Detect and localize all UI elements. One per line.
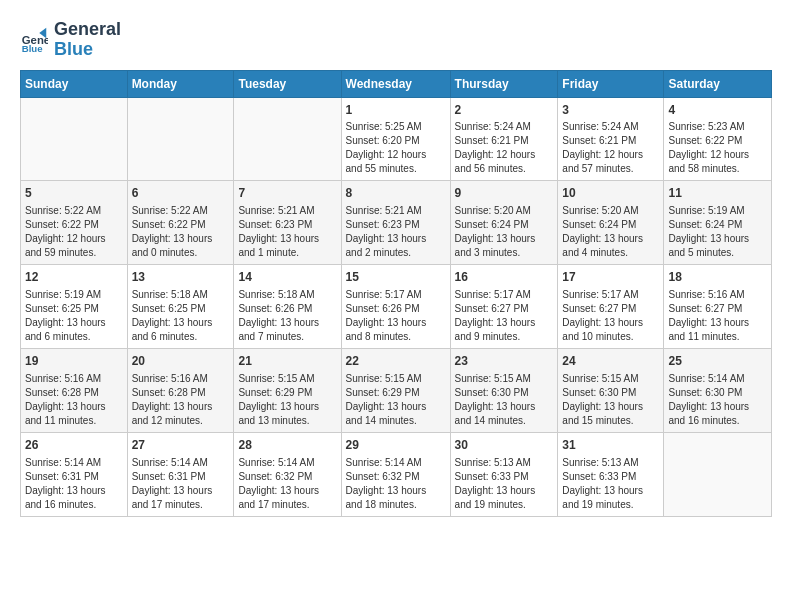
day-info-text: Sunset: 6:21 PM — [455, 134, 554, 148]
calendar-cell: 12Sunrise: 5:19 AMSunset: 6:25 PMDayligh… — [21, 265, 128, 349]
day-info-text: Daylight: 13 hours and 10 minutes. — [562, 316, 659, 344]
day-number: 13 — [132, 269, 230, 286]
day-info-text: Sunrise: 5:15 AM — [346, 372, 446, 386]
logo-icon: General Blue — [20, 26, 48, 54]
day-info-text: Daylight: 13 hours and 14 minutes. — [455, 400, 554, 428]
day-info-text: Daylight: 13 hours and 8 minutes. — [346, 316, 446, 344]
day-number: 10 — [562, 185, 659, 202]
day-info-text: Sunset: 6:28 PM — [25, 386, 123, 400]
day-info-text: Sunset: 6:28 PM — [132, 386, 230, 400]
calendar-header-row: SundayMondayTuesdayWednesdayThursdayFrid… — [21, 70, 772, 97]
calendar-cell — [127, 97, 234, 181]
day-info-text: Sunset: 6:30 PM — [562, 386, 659, 400]
calendar-week-4: 19Sunrise: 5:16 AMSunset: 6:28 PMDayligh… — [21, 348, 772, 432]
day-info-text: Sunset: 6:25 PM — [25, 302, 123, 316]
day-number: 28 — [238, 437, 336, 454]
calendar-cell: 21Sunrise: 5:15 AMSunset: 6:29 PMDayligh… — [234, 348, 341, 432]
day-info-text: Sunrise: 5:14 AM — [132, 456, 230, 470]
calendar-cell: 31Sunrise: 5:13 AMSunset: 6:33 PMDayligh… — [558, 432, 664, 516]
calendar-cell: 3Sunrise: 5:24 AMSunset: 6:21 PMDaylight… — [558, 97, 664, 181]
calendar-cell: 11Sunrise: 5:19 AMSunset: 6:24 PMDayligh… — [664, 181, 772, 265]
day-number: 3 — [562, 102, 659, 119]
day-info-text: Sunset: 6:23 PM — [238, 218, 336, 232]
day-info-text: Sunset: 6:26 PM — [238, 302, 336, 316]
day-info-text: Sunset: 6:26 PM — [346, 302, 446, 316]
day-info-text: Sunset: 6:31 PM — [25, 470, 123, 484]
day-info-text: Daylight: 12 hours and 58 minutes. — [668, 148, 767, 176]
day-number: 8 — [346, 185, 446, 202]
day-number: 5 — [25, 185, 123, 202]
day-info-text: Sunset: 6:20 PM — [346, 134, 446, 148]
day-number: 25 — [668, 353, 767, 370]
calendar-week-1: 1Sunrise: 5:25 AMSunset: 6:20 PMDaylight… — [21, 97, 772, 181]
day-info-text: Sunset: 6:24 PM — [562, 218, 659, 232]
day-info-text: Daylight: 13 hours and 16 minutes. — [25, 484, 123, 512]
calendar-cell: 8Sunrise: 5:21 AMSunset: 6:23 PMDaylight… — [341, 181, 450, 265]
calendar-cell: 4Sunrise: 5:23 AMSunset: 6:22 PMDaylight… — [664, 97, 772, 181]
day-number: 21 — [238, 353, 336, 370]
header-saturday: Saturday — [664, 70, 772, 97]
calendar-cell: 19Sunrise: 5:16 AMSunset: 6:28 PMDayligh… — [21, 348, 128, 432]
calendar-cell: 2Sunrise: 5:24 AMSunset: 6:21 PMDaylight… — [450, 97, 558, 181]
day-info-text: Sunrise: 5:18 AM — [132, 288, 230, 302]
day-number: 9 — [455, 185, 554, 202]
header-friday: Friday — [558, 70, 664, 97]
header-monday: Monday — [127, 70, 234, 97]
day-info-text: Sunrise: 5:25 AM — [346, 120, 446, 134]
day-info-text: Daylight: 13 hours and 6 minutes. — [132, 316, 230, 344]
day-info-text: Sunset: 6:33 PM — [562, 470, 659, 484]
day-number: 27 — [132, 437, 230, 454]
day-info-text: Sunrise: 5:19 AM — [25, 288, 123, 302]
day-number: 17 — [562, 269, 659, 286]
calendar-cell: 30Sunrise: 5:13 AMSunset: 6:33 PMDayligh… — [450, 432, 558, 516]
day-info-text: Sunrise: 5:15 AM — [455, 372, 554, 386]
day-info-text: Sunrise: 5:24 AM — [455, 120, 554, 134]
day-info-text: Sunrise: 5:20 AM — [455, 204, 554, 218]
day-number: 31 — [562, 437, 659, 454]
day-info-text: Sunrise: 5:21 AM — [346, 204, 446, 218]
day-number: 26 — [25, 437, 123, 454]
day-info-text: Daylight: 13 hours and 17 minutes. — [132, 484, 230, 512]
day-info-text: Sunrise: 5:14 AM — [238, 456, 336, 470]
calendar-cell: 25Sunrise: 5:14 AMSunset: 6:30 PMDayligh… — [664, 348, 772, 432]
day-info-text: Daylight: 13 hours and 18 minutes. — [346, 484, 446, 512]
day-number: 29 — [346, 437, 446, 454]
day-info-text: Daylight: 13 hours and 9 minutes. — [455, 316, 554, 344]
day-info-text: Sunset: 6:25 PM — [132, 302, 230, 316]
day-number: 14 — [238, 269, 336, 286]
calendar-cell: 26Sunrise: 5:14 AMSunset: 6:31 PMDayligh… — [21, 432, 128, 516]
day-info-text: Daylight: 12 hours and 55 minutes. — [346, 148, 446, 176]
day-info-text: Sunset: 6:30 PM — [668, 386, 767, 400]
day-info-text: Daylight: 13 hours and 19 minutes. — [562, 484, 659, 512]
calendar-cell: 22Sunrise: 5:15 AMSunset: 6:29 PMDayligh… — [341, 348, 450, 432]
day-number: 30 — [455, 437, 554, 454]
header-sunday: Sunday — [21, 70, 128, 97]
day-info-text: Sunset: 6:32 PM — [238, 470, 336, 484]
day-number: 7 — [238, 185, 336, 202]
day-info-text: Sunset: 6:27 PM — [455, 302, 554, 316]
calendar-cell: 5Sunrise: 5:22 AMSunset: 6:22 PMDaylight… — [21, 181, 128, 265]
day-info-text: Sunrise: 5:18 AM — [238, 288, 336, 302]
day-info-text: Sunrise: 5:24 AM — [562, 120, 659, 134]
day-info-text: Daylight: 13 hours and 7 minutes. — [238, 316, 336, 344]
calendar-cell: 15Sunrise: 5:17 AMSunset: 6:26 PMDayligh… — [341, 265, 450, 349]
day-info-text: Sunrise: 5:20 AM — [562, 204, 659, 218]
day-info-text: Daylight: 13 hours and 11 minutes. — [668, 316, 767, 344]
day-number: 2 — [455, 102, 554, 119]
calendar-week-2: 5Sunrise: 5:22 AMSunset: 6:22 PMDaylight… — [21, 181, 772, 265]
day-info-text: Daylight: 13 hours and 15 minutes. — [562, 400, 659, 428]
day-info-text: Daylight: 13 hours and 16 minutes. — [668, 400, 767, 428]
day-info-text: Daylight: 13 hours and 13 minutes. — [238, 400, 336, 428]
day-info-text: Sunrise: 5:19 AM — [668, 204, 767, 218]
calendar-cell — [21, 97, 128, 181]
calendar-cell: 29Sunrise: 5:14 AMSunset: 6:32 PMDayligh… — [341, 432, 450, 516]
calendar-cell: 24Sunrise: 5:15 AMSunset: 6:30 PMDayligh… — [558, 348, 664, 432]
page-header: General Blue General Blue — [20, 20, 772, 60]
day-info-text: Sunrise: 5:22 AM — [25, 204, 123, 218]
calendar-cell: 9Sunrise: 5:20 AMSunset: 6:24 PMDaylight… — [450, 181, 558, 265]
logo: General Blue General Blue — [20, 20, 121, 60]
day-info-text: Sunset: 6:22 PM — [132, 218, 230, 232]
day-info-text: Sunrise: 5:15 AM — [562, 372, 659, 386]
calendar-cell: 1Sunrise: 5:25 AMSunset: 6:20 PMDaylight… — [341, 97, 450, 181]
day-info-text: Daylight: 12 hours and 59 minutes. — [25, 232, 123, 260]
